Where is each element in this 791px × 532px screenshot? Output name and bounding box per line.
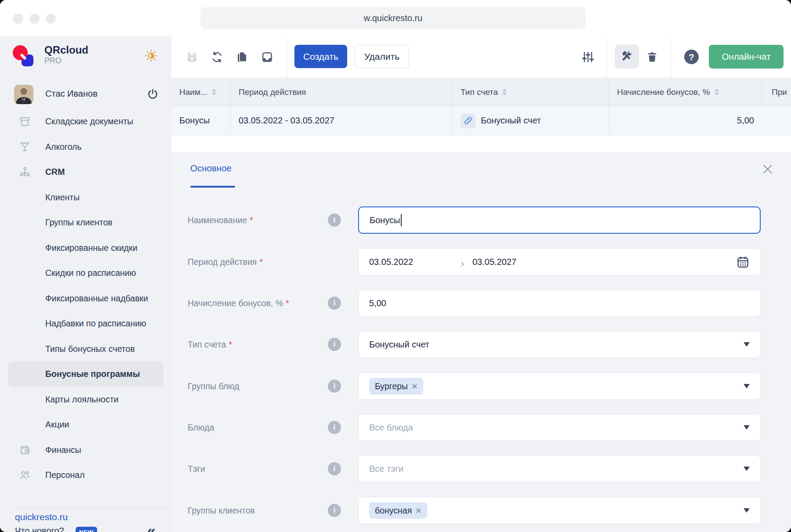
column-header-apply[interactable]: При <box>762 78 791 106</box>
sidebar-item-karty-loyalnosti[interactable]: Карты лояльности <box>8 387 163 413</box>
online-chat-button[interactable]: Онлайн-чат <box>709 45 784 69</box>
main-area: Создать Удалить ? Онлайн-чат <box>171 36 791 532</box>
cell-period: 03.05.2022 - 03.05.2027 <box>231 106 453 135</box>
sort-arrows-icon[interactable] <box>502 89 507 95</box>
browser-topbar: w.quickresto.ru <box>0 0 791 36</box>
form-row-client-groups: Группы клиентов i бонусная <box>171 497 791 524</box>
tab-osnovnoe[interactable]: Основное <box>190 163 232 174</box>
field-label: Группы блюд <box>188 381 239 391</box>
sidebar-item-label: CRM <box>45 167 65 177</box>
brand-plan: PRO <box>44 56 62 65</box>
quickresto-link[interactable]: quickresto.ru <box>15 512 68 522</box>
hammer-wrench-icon <box>620 50 633 63</box>
column-header-account-type[interactable]: Тип счета <box>453 78 609 106</box>
field-label: Тэги <box>188 464 205 474</box>
form-row-dishes: Блюда i Все блюда <box>171 414 791 441</box>
brand-name: QRcloud <box>44 44 88 56</box>
whats-new-row[interactable]: Что нового? NEW « <box>0 523 171 532</box>
dish-groups-select[interactable]: Бургеры <box>358 373 761 400</box>
info-icon[interactable]: i <box>328 338 341 351</box>
sidebar-item-fiksirovannye-skidki[interactable]: Фиксированные скидки <box>8 235 163 261</box>
sidebar-item-tipy-bonusnyh-schetov[interactable]: Типы бонусных счетов <box>8 337 163 362</box>
trash-icon[interactable] <box>646 51 658 63</box>
tags-select[interactable]: Все тэги <box>358 455 761 482</box>
sidebar-item-skidki-po-raspisaniyu[interactable]: Скидки по расписанию <box>8 261 163 286</box>
field-label: Блюда <box>188 423 214 433</box>
logout-power-icon[interactable] <box>147 88 159 100</box>
tools-button[interactable] <box>615 44 639 69</box>
user-row[interactable]: Стас Иванов <box>0 84 171 104</box>
sidebar-item-akcii[interactable]: Акции <box>8 412 163 438</box>
theme-brightness-icon[interactable] <box>145 50 157 62</box>
sidebar-item-finansy[interactable]: Финансы <box>8 438 163 463</box>
sidebar-item-crm[interactable]: CRM <box>8 159 163 185</box>
duplicate-icon[interactable] <box>236 51 248 63</box>
account-type-select[interactable]: Бонусный счет <box>358 331 761 358</box>
sidebar-item-label: Фиксированные надбавки <box>45 293 148 304</box>
window-close-icon[interactable] <box>13 14 23 24</box>
sidebar-item-klienty[interactable]: Клиенты <box>8 185 163 210</box>
form-row-tags: Тэги i Все тэги <box>171 455 791 482</box>
field-label: Начисление бонусов, % <box>188 298 283 308</box>
user-name: Стас Иванов <box>45 89 98 99</box>
chevron-down-icon <box>744 342 750 347</box>
info-icon[interactable]: i <box>328 421 341 434</box>
sidebar-item-alkogol[interactable]: Алкоголь <box>8 134 163 160</box>
column-header-period[interactable]: Период действия <box>231 78 453 106</box>
calendar-icon[interactable] <box>736 255 750 269</box>
sidebar-divider <box>14 507 171 507</box>
sidebar-item-label: Скидки по расписанию <box>45 268 136 278</box>
dishes-select[interactable]: Все блюда <box>358 414 761 441</box>
chip-remove-icon[interactable] <box>412 384 417 389</box>
people-icon <box>19 469 31 481</box>
chip-burgery: Бургеры <box>369 378 423 394</box>
refresh-icon[interactable] <box>211 51 223 63</box>
bonus-percent-input[interactable]: 5,00 <box>358 290 761 317</box>
name-input[interactable]: Бонусы <box>358 206 761 234</box>
table-row[interactable]: Бонусы 03.05.2022 - 03.05.2027 Бонусный … <box>171 106 791 135</box>
column-header-name[interactable]: Наим... <box>171 78 231 106</box>
sidebar-item-bonusnye-programmy[interactable]: Бонусные программы <box>8 362 163 387</box>
sidebar-item-gruppy-klientov[interactable]: Группы клиентов <box>8 210 163 235</box>
date-from[interactable]: 03.05.2022 <box>369 257 460 267</box>
info-icon[interactable]: i <box>328 380 341 393</box>
close-icon <box>762 163 773 175</box>
window-minimize-icon[interactable] <box>29 14 40 24</box>
chevron-down-icon <box>744 384 750 388</box>
address-bar[interactable]: w.quickresto.ru <box>200 7 586 29</box>
window-zoom-icon[interactable] <box>46 14 56 24</box>
chip-remove-icon[interactable] <box>416 508 421 514</box>
create-button[interactable]: Создать <box>294 45 347 68</box>
help-button[interactable]: ? <box>684 50 699 64</box>
date-range-input[interactable]: 03.05.2022 03.05.2027 <box>358 248 761 275</box>
date-to[interactable]: 03.05.2027 <box>472 257 516 267</box>
client-groups-select[interactable]: бонусная <box>358 497 761 524</box>
delete-button[interactable]: Удалить <box>355 45 409 68</box>
collapse-sidebar-icon[interactable]: « <box>147 522 156 532</box>
sidebar-item-label: Финансы <box>45 445 81 455</box>
sort-arrows-icon[interactable] <box>715 89 719 95</box>
sidebar-item-label: Надбавки по расписанию <box>45 318 146 329</box>
sidebar-item-fiksirovannye-nadbavki[interactable]: Фиксированные надбавки <box>8 286 163 311</box>
required-mark: * <box>250 215 253 225</box>
inbox-tray-icon[interactable] <box>261 51 273 63</box>
martini-glass-icon <box>19 141 31 153</box>
sidebar-item-sklad-dokumenty[interactable]: Складские документы <box>8 109 163 134</box>
sort-arrows-icon[interactable] <box>212 89 216 95</box>
info-icon[interactable]: i <box>328 462 341 475</box>
table-header: Наим... Период действия Тип счета Начисл… <box>171 78 791 106</box>
column-header-bonus-percent[interactable]: Начисление бонусов, % <box>609 78 762 106</box>
sidebar-item-personal[interactable]: Персонал <box>8 463 163 488</box>
info-icon[interactable]: i <box>328 214 341 227</box>
sidebar-item-nadbavki-po-raspisaniyu[interactable]: Надбавки по расписанию <box>8 311 163 337</box>
sitemap-icon <box>19 166 31 178</box>
info-icon[interactable]: i <box>328 504 341 517</box>
form-row-bonus-percent: Начисление бонусов, %* i 5,00 <box>171 290 791 317</box>
toolbar-divider <box>671 36 671 78</box>
sidebar-item-label: Группы клиентов <box>45 217 112 228</box>
info-icon[interactable]: i <box>328 297 341 310</box>
sidebar-item-label: Типы бонусных счетов <box>45 344 135 354</box>
filter-sliders-icon[interactable] <box>582 51 594 63</box>
close-panel-button[interactable] <box>762 163 773 175</box>
sidebar-nav: Складские документы Алкоголь CRM Клиенты… <box>0 109 171 488</box>
